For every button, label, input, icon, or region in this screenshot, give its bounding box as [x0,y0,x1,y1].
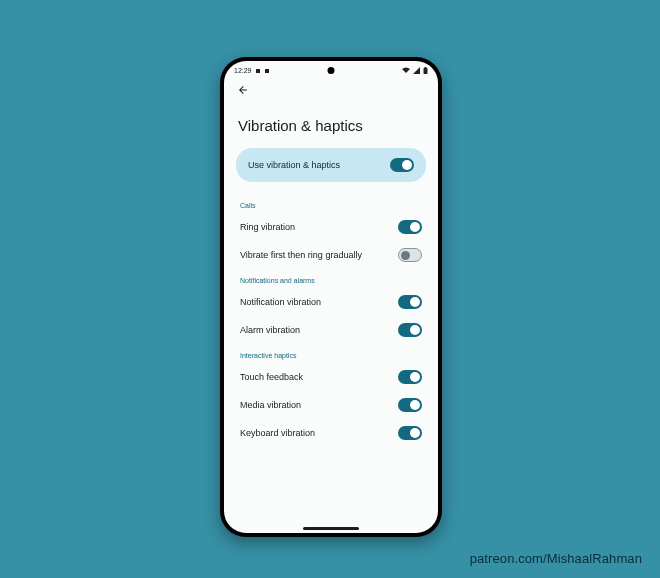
wifi-icon [402,67,410,74]
row-ring-vibration[interactable]: Ring vibration [236,213,426,241]
row-vibrate-first[interactable]: Vibrate first then ring gradually [236,241,426,269]
back-button[interactable] [236,83,250,97]
touch-feedback-switch[interactable] [398,370,422,384]
page-title: Vibration & haptics [224,97,438,148]
row-media-vibration[interactable]: Media vibration [236,391,426,419]
signal-icon [413,67,420,74]
camera-cutout [328,67,335,74]
section-header-calls: Calls [236,194,426,213]
row-label: Notification vibration [240,297,321,307]
row-label: Touch feedback [240,372,303,382]
row-touch-feedback[interactable]: Touch feedback [236,363,426,391]
row-alarm-vibration[interactable]: Alarm vibration [236,316,426,344]
media-vibration-switch[interactable] [398,398,422,412]
svg-rect-3 [425,67,427,68]
row-notification-vibration[interactable]: Notification vibration [236,288,426,316]
arrow-left-icon [237,84,249,96]
gesture-bar[interactable] [303,527,359,530]
row-label: Vibrate first then ring gradually [240,250,362,260]
status-time: 12:29 [234,67,252,74]
svg-rect-1 [265,69,269,73]
master-toggle-switch[interactable] [390,158,414,172]
row-label: Media vibration [240,400,301,410]
vibrate-first-switch[interactable] [398,248,422,262]
row-label: Alarm vibration [240,325,300,335]
notification-dot-icon [255,68,261,74]
phone-frame: 12:29 Vibration & haptics Use vibration … [220,57,442,537]
alarm-vibration-switch[interactable] [398,323,422,337]
svg-rect-2 [424,68,428,74]
keyboard-vibration-switch[interactable] [398,426,422,440]
row-label: Keyboard vibration [240,428,315,438]
settings-content: Use vibration & haptics Calls Ring vibra… [224,148,438,453]
section-header-interactive: Interactive haptics [236,344,426,363]
battery-icon [423,67,428,74]
master-toggle-card[interactable]: Use vibration & haptics [236,148,426,182]
screen: 12:29 Vibration & haptics Use vibration … [224,61,438,533]
row-keyboard-vibration[interactable]: Keyboard vibration [236,419,426,447]
ring-vibration-switch[interactable] [398,220,422,234]
notification-dot-icon [264,68,270,74]
section-header-notifications: Notifications and alarms [236,269,426,288]
svg-rect-0 [256,69,260,73]
notification-vibration-switch[interactable] [398,295,422,309]
row-label: Ring vibration [240,222,295,232]
attribution-text: patreon.com/MishaalRahman [470,551,642,566]
master-toggle-label: Use vibration & haptics [248,160,340,170]
